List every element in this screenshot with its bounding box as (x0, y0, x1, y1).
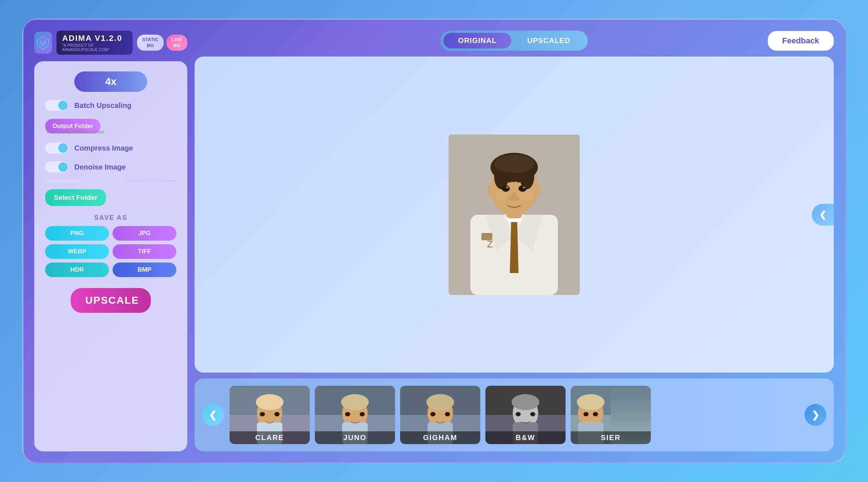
left-panel: ADIMA V1.2.0 "A PRODUCT OF AIIMAGEUPSCAL… (34, 31, 187, 451)
scale-button[interactable]: 4x (74, 71, 147, 92)
svg-point-42 (426, 394, 454, 410)
svg-point-24 (520, 191, 533, 200)
settings-panel: 4x Batch Upscaling Output Folder C:/User… (34, 61, 187, 451)
compress-image-label: Compress Image (74, 144, 133, 152)
right-panel-toggle-button[interactable]: ❮ (812, 204, 834, 226)
save-as-section: SAVE AS PNG JPG WEBP TIFF HDR BMP (45, 214, 176, 277)
svg-point-56 (577, 394, 605, 410)
static-bg-button[interactable]: STATIC BG (137, 35, 164, 50)
denoise-image-row: Denoise Image (45, 162, 176, 172)
svg-point-18 (519, 185, 527, 192)
format-hdr-button[interactable]: HDR (45, 263, 109, 277)
chevron-left-icon: ❮ (209, 409, 217, 421)
format-png-button[interactable]: PNG (45, 226, 109, 241)
thumbnail-clare[interactable]: CLARE (230, 386, 310, 444)
svg-point-31 (274, 412, 279, 416)
right-area: ORIGINAL UPSCALED Feedback (195, 31, 834, 451)
app-logo-icon (34, 32, 52, 54)
svg-point-23 (495, 191, 508, 200)
logo-text-block: ADIMA V1.2.0 "A PRODUCT OF AIIMAGEUPSCAL… (56, 31, 133, 55)
svg-point-30 (260, 412, 265, 416)
original-view-button[interactable]: ORIGINAL (443, 33, 511, 48)
thumbnails-prev-button[interactable]: ❮ (202, 404, 224, 426)
svg-point-19 (506, 186, 509, 188)
thumbnails-area: ❮ (195, 378, 834, 451)
svg-point-59 (593, 412, 598, 416)
thumbnails-next-button[interactable]: ❯ (805, 404, 826, 426)
svg-point-58 (583, 412, 589, 416)
svg-text:Z: Z (487, 238, 493, 250)
svg-point-28 (256, 394, 284, 410)
output-folder-section: Output Folder C:/Users/61783/Downloads (45, 119, 176, 135)
denoise-image-label: Denoise Image (74, 163, 126, 171)
thumbnail-juno-label: JUNO (315, 431, 395, 444)
thumbnail-sier[interactable]: SIER (571, 386, 651, 444)
svg-point-16 (494, 155, 534, 173)
format-webp-button[interactable]: WEBP (45, 244, 109, 259)
thumbnail-bw[interactable]: B&W (485, 386, 566, 444)
svg-point-44 (430, 412, 435, 416)
svg-marker-7 (510, 217, 519, 273)
feedback-button[interactable]: Feedback (768, 31, 834, 51)
select-folder-button[interactable]: Select Folder (45, 189, 106, 206)
chevron-right-icon: ❯ (812, 409, 820, 421)
format-tiff-button[interactable]: TIFF (113, 244, 176, 259)
svg-point-45 (445, 412, 450, 416)
folder-path: C:/Users/61783/Downloads (47, 129, 176, 135)
format-jpg-button[interactable]: JPG (113, 226, 176, 241)
mode-buttons: STATIC BG LIVE BG (137, 35, 187, 50)
svg-point-35 (341, 394, 369, 410)
compress-image-toggle[interactable] (45, 143, 69, 153)
svg-point-37 (345, 412, 350, 416)
svg-point-21 (487, 184, 494, 196)
thumbnail-gigham[interactable]: GIGHAM (400, 386, 480, 444)
thumbnails-list: CLARE (230, 386, 799, 444)
app-title: ADIMA V1.2.0 (62, 34, 127, 43)
thumbnail-juno[interactable]: JUNO (315, 386, 395, 444)
thumbnail-bw-label: B&W (485, 431, 566, 444)
batch-upscaling-row: Batch Upscaling (45, 100, 176, 111)
divider (45, 180, 176, 181)
denoise-image-toggle[interactable] (45, 162, 69, 172)
svg-point-49 (512, 394, 539, 410)
top-bar: ORIGINAL UPSCALED Feedback (195, 31, 834, 51)
chevron-left-icon: ❮ (819, 210, 826, 220)
upscaled-view-button[interactable]: UPSCALED (513, 33, 585, 48)
denoise-image-thumb (58, 162, 68, 172)
main-container: ADIMA V1.2.0 "A PRODUCT OF AIIMAGEUPSCAL… (22, 19, 846, 463)
app-subtitle: "A PRODUCT OF AIIMAGEUPSCALE.COM" (62, 43, 127, 52)
image-display-area: Z (195, 57, 834, 373)
batch-upscaling-label: Batch Upscaling (74, 101, 132, 110)
thumbnail-clare-label: CLARE (230, 431, 310, 444)
upscale-button[interactable]: UPSCALE (71, 288, 151, 313)
svg-point-20 (523, 186, 525, 188)
svg-point-22 (534, 184, 541, 196)
view-toggle: ORIGINAL UPSCALED (441, 31, 588, 51)
format-grid: PNG JPG WEBP TIFF HDR BMP (45, 226, 176, 277)
thumbnail-gigham-label: GIGHAM (400, 431, 480, 444)
compress-image-row: Compress Image (45, 143, 176, 153)
thumbnail-sier-label: SIER (571, 431, 651, 444)
svg-point-52 (530, 412, 535, 416)
live-bg-button[interactable]: LIVE BG (167, 35, 187, 50)
main-image: Z (449, 135, 580, 295)
batch-upscaling-thumb (58, 101, 68, 110)
batch-upscaling-toggle[interactable] (45, 100, 69, 111)
compress-image-thumb (58, 143, 68, 153)
format-bmp-button[interactable]: BMP (113, 263, 176, 277)
svg-point-51 (516, 412, 521, 416)
svg-point-17 (502, 185, 510, 192)
logo-bar: ADIMA V1.2.0 "A PRODUCT OF AIIMAGEUPSCAL… (34, 31, 187, 55)
svg-point-38 (360, 412, 365, 416)
save-as-label: SAVE AS (45, 214, 176, 222)
